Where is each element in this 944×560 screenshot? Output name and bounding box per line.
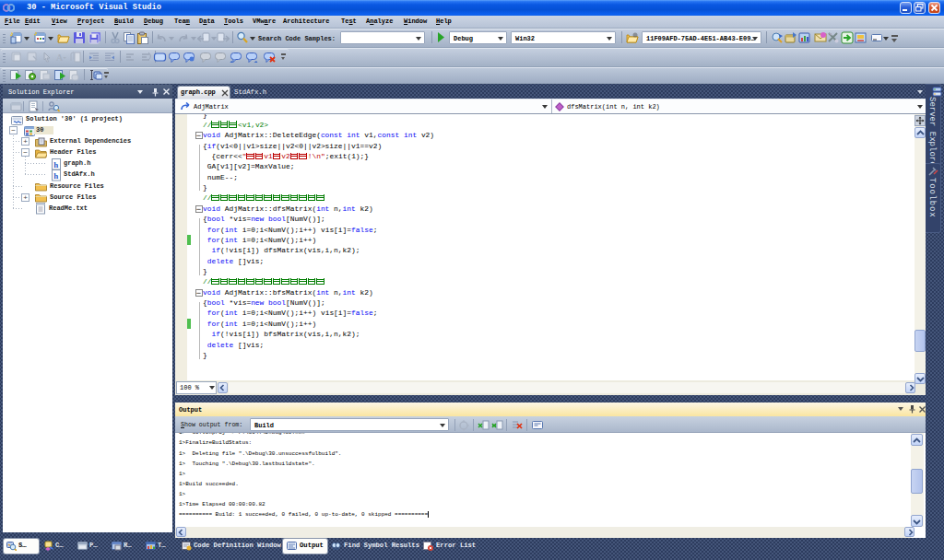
svg-text:h: h [53, 170, 58, 180]
svg-text:A: A [56, 52, 64, 63]
svg-text:h: h [53, 159, 58, 169]
